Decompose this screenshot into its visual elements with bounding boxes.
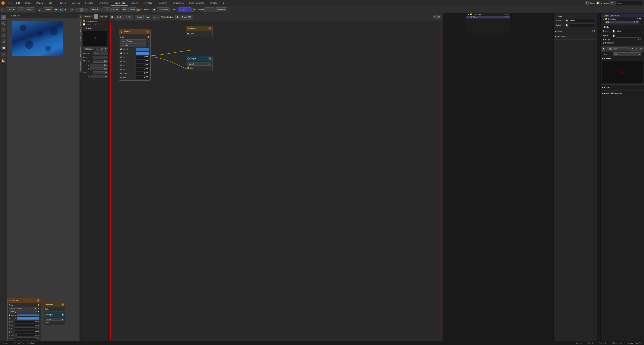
slot-icon[interactable]: ⬡: [70, 8, 74, 12]
small-dd1-select[interactable]: Actual Distance: [9, 307, 37, 310]
tab-scripting[interactable]: Scripting: [207, 0, 220, 6]
offset-z-value[interactable]: 0 m: [90, 68, 108, 70]
voronoi-size-socket[interactable]: [120, 77, 122, 78]
small-w2-v[interactable]: 0.000: [14, 324, 40, 326]
view-btn[interactable]: View: [17, 8, 25, 12]
add-btn[interactable]: Add: [121, 8, 128, 12]
offset-y-value[interactable]: 0 m: [90, 64, 108, 67]
small-is-v[interactable]: 1.000: [16, 334, 40, 336]
plane-eye[interactable]: 👁: [504, 16, 506, 18]
voronoi-w3-value[interactable]: 0.000: [135, 64, 149, 67]
ne-add-btn[interactable]: Add: [144, 15, 151, 20]
texture-name-btn[interactable]: Texture222: [157, 8, 170, 12]
node-canvas[interactable]: 🔆 Voronoi Color Actual Distance ▼: [109, 21, 443, 341]
voronoi-w1-value[interactable]: 1.000: [135, 56, 149, 59]
mode-selector-icon[interactable]: 🖊: [1, 8, 5, 12]
fr-color-menu[interactable]: ⋮⋮: [638, 39, 641, 41]
color-section-menu[interactable]: ⋮⋮: [592, 30, 595, 32]
tex-new-icon[interactable]: +: [96, 47, 100, 51]
fr-custom-header[interactable]: ▶ Custom Properties: [600, 91, 644, 96]
small-voronoi-dot[interactable]: [37, 299, 40, 302]
fr-plane-eye[interactable]: 👁: [634, 21, 636, 23]
size-x-value[interactable]: 1.00: [93, 71, 108, 74]
menu-edit[interactable]: Edit: [14, 0, 22, 6]
tab-sculpting[interactable]: Sculpting: [82, 0, 96, 6]
tool-draw[interactable]: ✏: [1, 15, 6, 20]
node-name-input[interactable]: [569, 19, 594, 22]
tool-fill[interactable]: ⬡: [1, 39, 6, 44]
tool-mask[interactable]: ⬤: [1, 45, 6, 50]
ne-select-btn[interactable]: Select: [135, 15, 144, 20]
texture-name-display[interactable]: Texture222: [83, 48, 96, 50]
node-label-icon[interactable]: 📄: [566, 24, 568, 27]
voronoi-w2-socket[interactable]: [120, 61, 122, 62]
use-nodes-checkbox[interactable]: [137, 9, 140, 11]
viewer-color-socket[interactable]: [187, 33, 189, 35]
fr-type-dropdown[interactable]: None: [613, 52, 641, 56]
tab-shading[interactable]: Shading: [128, 0, 141, 6]
small-c2-swatch[interactable]: [17, 317, 40, 320]
texdraw-btn[interactable]: TexDraw: [83, 15, 93, 18]
size-y-value[interactable]: 1.00: [90, 75, 108, 78]
tool-soften[interactable]: ◯: [1, 21, 6, 26]
viewer-header[interactable]: 🔆 Viewer: [186, 26, 212, 31]
small-c1-swatch[interactable]: [17, 314, 40, 316]
view-btn-2[interactable]: View: [103, 8, 111, 12]
tex-link-icon[interactable]: 🔗: [100, 47, 104, 51]
menu-render[interactable]: Render: [22, 0, 33, 6]
fr-col-cam[interactable]: 📷: [639, 18, 641, 20]
fr-colors-header[interactable]: ▶ Colors: [600, 85, 644, 90]
small-c1-socket[interactable]: [9, 314, 10, 316]
fr-label-icon[interactable]: 📄: [613, 34, 615, 37]
tool-smear[interactable]: ∿: [1, 27, 6, 32]
voronoi-header[interactable]: 🔆 Voronoi: [119, 29, 150, 34]
small-w1-s[interactable]: [9, 321, 10, 322]
voronoi-w4-value[interactable]: 0.000: [135, 68, 149, 71]
mix-dropdown[interactable]: Mix: [99, 15, 108, 18]
voronoi-c2-swatch[interactable]: [136, 52, 149, 55]
ne-mode-icon[interactable]: 🔲: [110, 15, 114, 19]
fr-tex-del[interactable]: ✖: [639, 47, 643, 51]
small-output-dd[interactable]: Default: [45, 318, 64, 321]
small-sz-s[interactable]: [9, 338, 10, 339]
paint-viewport[interactable]: Texture Paint: [8, 14, 80, 341]
tab-geometry-nodes[interactable]: Geometry Nodes: [186, 0, 207, 6]
tab-modeling[interactable]: Modeling: [69, 0, 82, 6]
small-c2-socket[interactable]: [9, 318, 10, 319]
fr-name-icon[interactable]: 📄: [613, 30, 615, 33]
fr-tex-name[interactable]: Texture222: [606, 47, 630, 50]
small-w3-s[interactable]: [9, 328, 10, 329]
tab-add[interactable]: +: [220, 0, 227, 6]
ne-zoom-icon[interactable]: 🔍: [438, 15, 442, 19]
small-w3-v[interactable]: 0.000: [14, 327, 40, 330]
tex-del-icon[interactable]: ✖: [104, 47, 108, 51]
file-name-btn[interactable]: Untitled: [43, 8, 53, 12]
menu-window[interactable]: Window: [33, 0, 45, 6]
small-viewer-dot[interactable]: [62, 303, 64, 306]
small-w4-s[interactable]: [9, 331, 10, 332]
paint-mode-fill[interactable]: ⬡: [84, 8, 88, 12]
voronoi-c1-socket[interactable]: [120, 48, 122, 50]
voronoi-w1-socket[interactable]: [120, 56, 122, 58]
fr-tex-check[interactable]: ✔: [630, 47, 634, 51]
ne-texture-icon[interactable]: 🔲: [176, 15, 180, 19]
tab-animation[interactable]: Animation: [141, 0, 155, 6]
voronoi-iscale-socket[interactable]: [120, 73, 122, 74]
fr-collection-item[interactable]: ▶ 📁 Collection 👁 📷: [603, 18, 641, 20]
voronoi-iscale-value[interactable]: 1.000: [135, 72, 149, 75]
small-w2-s[interactable]: [9, 324, 10, 326]
voronoi-size-value[interactable]: 0.250: [135, 76, 149, 79]
fr-name-input[interactable]: [616, 29, 641, 33]
tab-uv-editing[interactable]: UV Editing: [96, 0, 111, 6]
top-search-input[interactable]: [616, 1, 642, 5]
anti-alias-cb[interactable]: [83, 20, 85, 22]
small-w4-v[interactable]: 0.000: [14, 331, 40, 333]
mapping-dropdown[interactable]: Tiled: [93, 52, 108, 55]
vtab-uvpackmaster[interactable]: UVPackmaster3: [79, 45, 82, 59]
fr-plane-cam[interactable]: 📷: [636, 21, 639, 23]
node-label-input[interactable]: [569, 23, 594, 27]
ne-texture-name[interactable]: Texture222: [180, 15, 193, 20]
voronoi-w4-socket[interactable]: [120, 69, 122, 70]
ne-snap-icon[interactable]: ⊞: [433, 15, 437, 19]
ne-view-btn[interactable]: View: [126, 15, 134, 20]
